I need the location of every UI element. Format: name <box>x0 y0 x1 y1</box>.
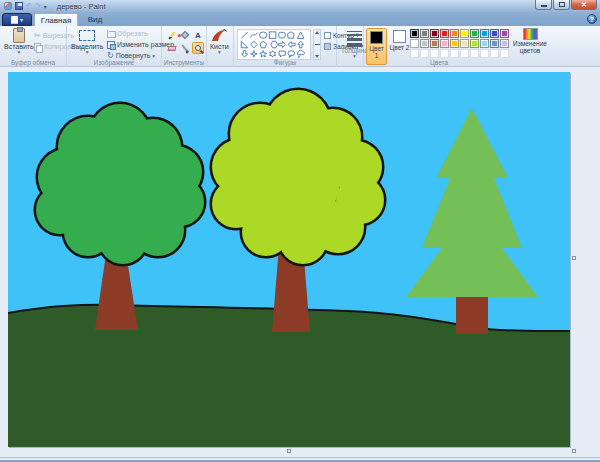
help-button[interactable]: ? <box>587 14 597 24</box>
edit-colors-button[interactable]: Изменение цветов <box>512 28 548 54</box>
canvas-resize-handle-right[interactable] <box>572 256 576 260</box>
tab-home[interactable]: Главная <box>34 13 78 26</box>
shapes-grid[interactable] <box>237 29 311 60</box>
pencil-icon <box>168 31 175 39</box>
palette-color-cell[interactable] <box>470 29 479 38</box>
paint-window: ↶ ↷ ▾ дерево - Paint ✕ ▾ Главная Вид ? В… <box>0 0 600 462</box>
group-size: Толщина ▾ <box>337 26 364 67</box>
minimize-button[interactable] <box>535 0 552 10</box>
group-tools: A Инструменты <box>162 26 207 67</box>
rainbow-palette-icon <box>523 28 538 40</box>
qat-dropdown-icon[interactable]: ▾ <box>44 3 47 10</box>
chevron-down-icon: ▾ <box>20 16 23 23</box>
palette-color-cell[interactable] <box>440 29 449 38</box>
chevron-down-icon: ▾ <box>353 54 356 58</box>
app-menu-icon <box>11 16 18 24</box>
color2-swatch <box>393 30 406 43</box>
brushes-button[interactable]: Кисти ▾ <box>210 28 229 54</box>
canvas-container <box>8 72 570 447</box>
palette-color-cell[interactable] <box>410 29 419 38</box>
palette-color-cell[interactable] <box>430 29 439 38</box>
workspace <box>0 67 600 457</box>
quick-access-toolbar: ↶ ↷ ▾ <box>0 2 47 10</box>
select-button[interactable]: Выделить ▾ <box>71 28 103 54</box>
status-bar <box>0 457 600 462</box>
brush-icon <box>210 28 228 43</box>
palette-color-cell[interactable] <box>480 39 489 48</box>
chevron-down-icon: ▾ <box>86 50 89 54</box>
edit-colors-label: Изменение цветов <box>512 40 548 54</box>
fill-bucket-icon <box>181 31 189 39</box>
color1-label: Цвет 1 <box>367 45 386 59</box>
palette-color-cell[interactable] <box>450 29 459 38</box>
palette-empty-cell[interactable] <box>460 49 469 58</box>
chevron-down-icon: ▾ <box>152 53 155 59</box>
group-image: Выделить ▾ Обрезать Изменить размер ↻ По… <box>67 26 162 67</box>
group-label-colors: Цвета <box>364 59 514 66</box>
palette-color-cell[interactable] <box>420 39 429 48</box>
palette-color-cell[interactable] <box>490 29 499 38</box>
palette-empty-cell[interactable] <box>480 49 489 58</box>
group-label-tools: Инструменты <box>162 59 206 66</box>
crop-label: Обрезать <box>117 30 148 37</box>
window-title: дерево - Paint <box>57 2 106 11</box>
line-thickness-icon <box>347 28 362 47</box>
palette-empty-cell[interactable] <box>470 49 479 58</box>
redo-icon[interactable]: ↷ <box>35 2 41 10</box>
palette-empty-cell[interactable] <box>450 49 459 58</box>
group-label-clipboard: Буфер обмена <box>0 59 66 66</box>
maximize-button[interactable] <box>553 0 570 10</box>
palette-empty-cell[interactable] <box>440 49 449 58</box>
selection-rect-icon <box>79 30 95 41</box>
group-colors: Цвет 1 Цвет 2 Изменение цветов Цвета <box>364 26 548 67</box>
palette-color-cell[interactable] <box>430 39 439 48</box>
scroll-up-icon[interactable] <box>315 31 319 34</box>
palette-color-cell[interactable] <box>440 39 449 48</box>
ribbon: Вставить ▾ ✂ Вырезать Копировать Буфер о… <box>0 26 600 67</box>
palette-grid <box>410 29 510 58</box>
scroll-more-icon[interactable] <box>315 44 320 46</box>
palette-empty-cell[interactable] <box>490 49 499 58</box>
color2-label: Цвет 2 <box>390 44 410 51</box>
group-label-image: Изображение <box>67 59 161 66</box>
palette-color-cell[interactable] <box>410 39 419 48</box>
pencil-tool[interactable] <box>166 29 178 41</box>
canvas-resize-handle-bottom[interactable] <box>287 449 291 453</box>
palette-color-cell[interactable] <box>420 29 429 38</box>
canvas-resize-handle-corner[interactable] <box>572 449 576 453</box>
palette-color-cell[interactable] <box>480 29 489 38</box>
palette-empty-cell[interactable] <box>410 49 419 58</box>
application-menu-button[interactable]: ▾ <box>2 13 32 26</box>
paint-canvas[interactable] <box>8 72 570 447</box>
palette-color-cell[interactable] <box>460 29 469 38</box>
save-icon[interactable] <box>15 2 23 10</box>
paste-button[interactable]: Вставить ▾ <box>4 28 34 54</box>
eraser-tool[interactable] <box>166 42 178 54</box>
scroll-down-icon[interactable] <box>315 55 319 58</box>
palette-empty-cell[interactable] <box>420 49 429 58</box>
minimize-icon <box>541 5 547 7</box>
chevron-down-icon: ▾ <box>17 50 20 54</box>
tab-view[interactable]: Вид <box>80 13 110 26</box>
magnifier-tool[interactable] <box>192 42 204 54</box>
palette-color-cell[interactable] <box>450 39 459 48</box>
palette-color-cell[interactable] <box>470 39 479 48</box>
color-picker-tool[interactable] <box>179 42 191 54</box>
group-shapes: Контур ▾ Заливка ▾ Фигуры <box>234 26 337 67</box>
clipboard-icon <box>13 28 25 43</box>
copy-icon <box>34 43 42 51</box>
palette-empty-cell[interactable] <box>430 49 439 58</box>
title-bar: ↶ ↷ ▾ дерево - Paint ✕ <box>0 0 600 12</box>
close-button[interactable]: ✕ <box>571 0 597 10</box>
text-tool[interactable]: A <box>192 29 204 41</box>
palette-color-cell[interactable] <box>490 39 499 48</box>
palette-color-cell[interactable] <box>500 29 509 38</box>
palette-color-cell[interactable] <box>500 39 509 48</box>
paint-app-icon[interactable] <box>4 2 12 10</box>
palette-empty-cell[interactable] <box>500 49 509 58</box>
undo-icon[interactable]: ↶ <box>26 2 32 10</box>
fill-tool[interactable] <box>179 29 191 41</box>
eyedropper-icon <box>181 44 188 52</box>
palette-color-cell[interactable] <box>460 39 469 48</box>
eraser-icon <box>167 46 176 51</box>
